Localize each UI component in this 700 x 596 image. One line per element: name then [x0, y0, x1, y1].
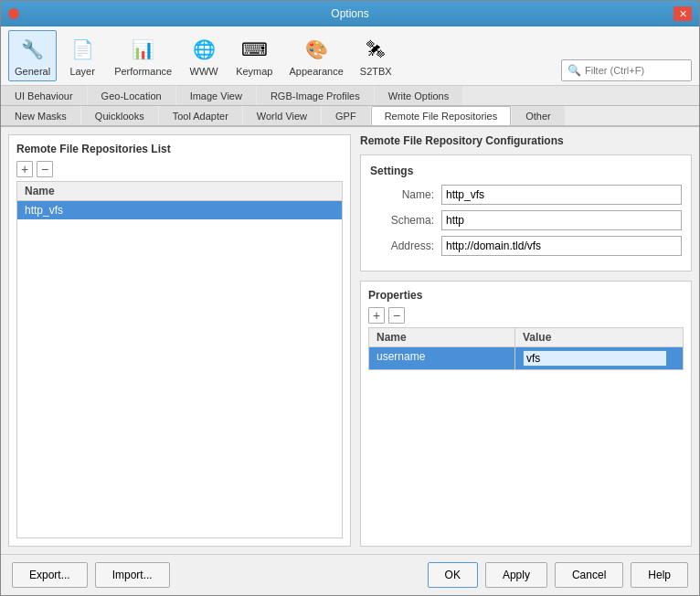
performance-icon: 📊: [129, 35, 158, 64]
tab-other[interactable]: Other: [512, 106, 565, 125]
toolbar-item-s2tbx[interactable]: 🛰 S2TBX: [354, 30, 398, 81]
prop-table-header: Name Value: [369, 328, 683, 347]
www-icon: 🌐: [189, 35, 218, 64]
tab-geo-location[interactable]: Geo-Location: [88, 86, 175, 105]
settings-title: Settings: [370, 165, 682, 177]
add-repository-button[interactable]: +: [16, 161, 33, 177]
window-title: Options: [81, 7, 619, 20]
general-icon: 🔧: [18, 35, 48, 64]
footer: Export... Import... OK Apply Cancel Help: [1, 554, 699, 595]
toolbar-item-performance[interactable]: 📊 Performance: [108, 30, 178, 81]
add-property-button[interactable]: +: [368, 307, 385, 324]
ok-button[interactable]: OK: [428, 562, 478, 588]
prop-col-value: Value: [515, 328, 558, 346]
toolbar-label-s2tbx: S2TBX: [360, 66, 392, 77]
toolbar: 🔧 General 📄 Layer 📊 Performance 🌐 WWW ⌨ …: [1, 27, 699, 86]
remove-repository-button[interactable]: −: [37, 161, 53, 177]
properties-table: Name Value username: [368, 327, 684, 370]
tab-remote-file-repositories[interactable]: Remote File Repositories: [371, 106, 512, 125]
toolbar-label-keymap: Keymap: [236, 66, 272, 77]
tab-new-masks[interactable]: New Masks: [1, 106, 80, 125]
tab-rgb-image-profiles[interactable]: RGB-Image Profiles: [257, 86, 374, 105]
layer-icon: 📄: [68, 35, 97, 64]
tab-row-1: UI Behaviour Geo-Location Image View RGB…: [1, 86, 699, 106]
options-window: Options ✕ 🔧 General 📄 Layer 📊 Performanc…: [0, 0, 700, 596]
form-row-name: Name:: [370, 185, 682, 205]
toolbar-item-keymap[interactable]: ⌨ Keymap: [229, 30, 279, 81]
keymap-icon: ⌨: [239, 35, 269, 64]
cancel-button[interactable]: Cancel: [555, 562, 623, 588]
toolbar-label-performance: Performance: [114, 66, 172, 77]
close-button[interactable]: ✕: [673, 6, 692, 21]
tab-quicklooks[interactable]: Quicklooks: [81, 106, 158, 125]
toolbar-item-appearance[interactable]: 🎨 Appearance: [282, 30, 349, 81]
form-row-address: Address:: [370, 236, 682, 256]
tab-bar: UI Behaviour Geo-Location Image View RGB…: [1, 86, 699, 127]
tab-row-2: New Masks Quicklooks Tool Adapter World …: [1, 106, 699, 126]
tab-world-view[interactable]: World View: [243, 106, 321, 125]
toolbar-item-layer[interactable]: 📄 Layer: [60, 30, 104, 81]
tab-gpf[interactable]: GPF: [322, 106, 370, 125]
toolbar-label-layer: Layer: [69, 66, 95, 77]
main-content: Remote File Repositories List + − Name h…: [1, 127, 699, 554]
list-column-header: Name: [17, 182, 342, 201]
right-panel: Remote File Repository Configurations Se…: [360, 134, 692, 547]
remove-property-button[interactable]: −: [388, 307, 405, 324]
prop-col-name: Name: [369, 328, 515, 346]
tab-tool-adapter[interactable]: Tool Adapter: [159, 106, 242, 125]
tab-image-view[interactable]: Image View: [176, 86, 256, 105]
title-bar: Options ✕: [1, 1, 699, 27]
footer-left: Export... Import...: [12, 562, 170, 588]
import-button[interactable]: Import...: [95, 562, 170, 588]
panels: Remote File Repositories List + − Name h…: [8, 134, 692, 547]
s2tbx-icon: 🛰: [361, 35, 390, 64]
name-label: Name:: [370, 188, 434, 201]
repository-list: Name http_vfs: [16, 181, 343, 538]
export-button[interactable]: Export...: [12, 562, 88, 588]
properties-title: Properties: [368, 289, 684, 302]
properties-group: Properties + − Name Value username: [360, 281, 692, 547]
form-row-schema: Schema:: [370, 210, 682, 230]
settings-group: Settings Name: Schema: Address:: [360, 154, 692, 271]
help-button[interactable]: Help: [631, 562, 688, 588]
toolbar-label-appearance: Appearance: [289, 66, 343, 77]
prop-cell-value: [515, 347, 674, 369]
property-controls: + −: [368, 307, 684, 324]
schema-input[interactable]: [441, 210, 682, 230]
left-panel-title: Remote File Repositories List: [16, 143, 343, 155]
footer-right: OK Apply Cancel Help: [428, 562, 688, 588]
tab-write-options[interactable]: Write Options: [375, 86, 462, 105]
prop-row[interactable]: username: [369, 347, 683, 369]
toolbar-label-general: General: [15, 66, 50, 77]
toolbar-item-www[interactable]: 🌐 WWW: [182, 30, 226, 81]
address-label: Address:: [370, 239, 434, 252]
address-input[interactable]: [441, 236, 682, 256]
tab-ui-behaviour[interactable]: UI Behaviour: [1, 86, 87, 105]
appearance-icon: 🎨: [302, 35, 331, 64]
apply-button[interactable]: Apply: [485, 562, 547, 588]
list-item[interactable]: http_vfs: [17, 201, 342, 219]
left-panel: Remote File Repositories List + − Name h…: [8, 134, 351, 547]
search-icon: 🔍: [567, 64, 581, 77]
prop-cell-name: username: [369, 347, 515, 369]
prop-value-input[interactable]: [523, 350, 667, 367]
search-box: 🔍: [561, 59, 692, 81]
search-input[interactable]: [585, 65, 685, 76]
toolbar-item-general[interactable]: 🔧 General: [8, 30, 57, 81]
right-panel-title: Remote File Repository Configurations: [360, 134, 692, 147]
schema-label: Schema:: [370, 214, 434, 227]
toolbar-label-www: WWW: [190, 66, 218, 77]
name-input[interactable]: [441, 185, 682, 205]
list-header: + −: [16, 161, 343, 177]
